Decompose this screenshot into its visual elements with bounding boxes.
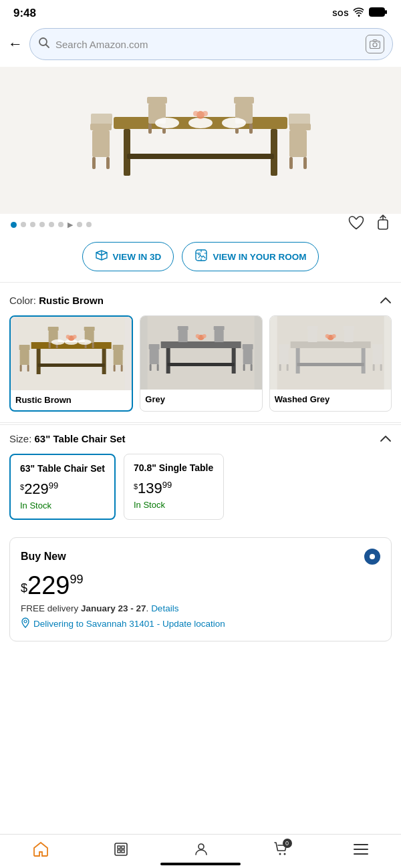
svg-rect-82 bbox=[215, 330, 224, 342]
svg-point-105 bbox=[331, 334, 336, 338]
size-section: Size: 63" Table Chair Set 63" Table Chai… bbox=[0, 424, 401, 529]
size-chevron-icon[interactable] bbox=[380, 432, 392, 446]
size-options: 63" Table Chair Set $22999 In Stock 70.8… bbox=[9, 454, 392, 529]
dot-1[interactable] bbox=[11, 222, 17, 228]
svg-rect-108 bbox=[118, 846, 120, 849]
swatch-label-rustic: Rustic Brown bbox=[11, 390, 132, 410]
svg-rect-72 bbox=[150, 349, 159, 364]
location-text: Delivering to Savannah 31401 - Update lo… bbox=[33, 619, 225, 629]
svg-rect-1 bbox=[385, 10, 387, 14]
svg-rect-13 bbox=[92, 130, 110, 157]
swatch-washed-grey[interactable]: Washed Grey bbox=[269, 315, 392, 412]
svg-point-85 bbox=[203, 334, 207, 338]
search-icon bbox=[38, 37, 50, 52]
svg-rect-68 bbox=[166, 348, 170, 374]
svg-rect-79 bbox=[178, 326, 188, 330]
battery-icon bbox=[369, 7, 388, 19]
nav-menu[interactable] bbox=[353, 843, 369, 855]
color-chevron-icon[interactable] bbox=[380, 293, 392, 307]
delivery-dates: January 23 - 27 bbox=[81, 603, 146, 613]
svg-rect-6 bbox=[373, 40, 377, 42]
svg-rect-56 bbox=[84, 327, 95, 331]
svg-point-64 bbox=[66, 335, 70, 339]
svg-rect-86 bbox=[277, 316, 384, 390]
view-3d-button[interactable]: VIEW IN 3D bbox=[82, 242, 174, 271]
color-label: Color: Rustic Brown bbox=[9, 295, 104, 306]
svg-rect-92 bbox=[279, 349, 288, 364]
color-section: Color: Rustic Brown bbox=[0, 284, 401, 421]
location-icon bbox=[21, 617, 30, 630]
dollar-sign: $ bbox=[21, 581, 27, 595]
dots-and-actions: ▶ bbox=[0, 214, 401, 239]
dot-5[interactable] bbox=[49, 222, 54, 227]
svg-rect-81 bbox=[214, 326, 225, 330]
size-option-2[interactable]: 70.8" Single Table $13999 In Stock bbox=[124, 454, 224, 520]
delivery-details-link[interactable]: Details bbox=[151, 603, 178, 613]
svg-rect-0 bbox=[370, 8, 385, 17]
size-option-1-price: $22999 bbox=[20, 480, 105, 498]
main-price: 229 bbox=[27, 571, 70, 599]
svg-rect-75 bbox=[243, 344, 253, 349]
svg-rect-14 bbox=[92, 157, 96, 169]
buy-header: Buy New bbox=[21, 549, 380, 565]
svg-point-104 bbox=[325, 334, 329, 338]
status-time: 9:48 bbox=[13, 7, 36, 20]
sos-icon: SOS bbox=[332, 9, 349, 17]
view-in-room-button[interactable]: VIEW IN YOUR ROOM bbox=[182, 242, 319, 271]
svg-rect-111 bbox=[122, 850, 124, 853]
dot-play[interactable]: ▶ bbox=[68, 221, 73, 229]
nav-orders[interactable] bbox=[113, 841, 129, 857]
home-indicator bbox=[160, 863, 241, 865]
selected-size: 63" Table Chair Set bbox=[35, 433, 126, 444]
buy-new-radio[interactable] bbox=[364, 549, 380, 565]
svg-rect-43 bbox=[38, 364, 105, 367]
svg-rect-19 bbox=[289, 157, 293, 169]
svg-rect-18 bbox=[289, 130, 307, 157]
svg-rect-10 bbox=[271, 129, 277, 176]
svg-point-31 bbox=[188, 118, 213, 128]
svg-rect-26 bbox=[234, 97, 254, 104]
svg-point-114 bbox=[283, 853, 285, 855]
size-label: Size: 63" Table Chair Set bbox=[9, 433, 126, 444]
svg-rect-45 bbox=[20, 350, 29, 365]
search-bar-row: ← Search Amazon.com bbox=[0, 24, 401, 67]
dot-2[interactable] bbox=[21, 222, 26, 227]
nav-account[interactable] bbox=[193, 841, 209, 857]
delivery-text: FREE delivery January 23 - 27. Details bbox=[21, 603, 380, 613]
svg-rect-98 bbox=[380, 364, 382, 371]
svg-rect-87 bbox=[290, 341, 370, 348]
svg-rect-41 bbox=[37, 349, 41, 374]
size-option-2-price: $13999 bbox=[134, 480, 214, 497]
size-option-1[interactable]: 63" Table Chair Set $22999 In Stock bbox=[9, 454, 116, 520]
svg-rect-93 bbox=[279, 364, 281, 371]
wishlist-button[interactable] bbox=[348, 214, 365, 235]
svg-rect-67 bbox=[161, 341, 241, 348]
svg-rect-15 bbox=[106, 157, 110, 169]
dot-8[interactable] bbox=[77, 222, 82, 227]
location-row[interactable]: Delivering to Savannah 31401 - Update lo… bbox=[21, 617, 380, 630]
size-option-1-label: 63" Table Chair Set bbox=[20, 463, 105, 474]
price-cents: 99 bbox=[70, 573, 83, 586]
swatch-grey[interactable]: Grey bbox=[140, 315, 262, 412]
svg-rect-76 bbox=[243, 349, 253, 364]
swatch-rustic-brown[interactable]: Rustic Brown bbox=[9, 315, 133, 412]
svg-rect-91 bbox=[278, 344, 289, 349]
share-button[interactable] bbox=[376, 214, 390, 235]
svg-rect-46 bbox=[20, 365, 22, 372]
dot-4[interactable] bbox=[39, 222, 45, 227]
svg-rect-80 bbox=[178, 330, 188, 342]
search-bar[interactable]: Search Amazon.com bbox=[29, 28, 393, 60]
svg-rect-54 bbox=[49, 343, 51, 348]
svg-rect-11 bbox=[127, 154, 274, 159]
svg-rect-107 bbox=[115, 843, 127, 855]
svg-rect-78 bbox=[251, 364, 253, 371]
dot-3[interactable] bbox=[30, 222, 35, 227]
svg-rect-90 bbox=[297, 363, 364, 366]
svg-rect-77 bbox=[243, 364, 245, 371]
dot-6[interactable] bbox=[58, 222, 63, 227]
camera-icon[interactable] bbox=[366, 35, 384, 53]
back-button[interactable]: ← bbox=[8, 35, 23, 53]
dot-9[interactable] bbox=[86, 222, 92, 227]
nav-cart[interactable]: 0 bbox=[273, 841, 289, 857]
nav-home[interactable] bbox=[32, 841, 49, 857]
